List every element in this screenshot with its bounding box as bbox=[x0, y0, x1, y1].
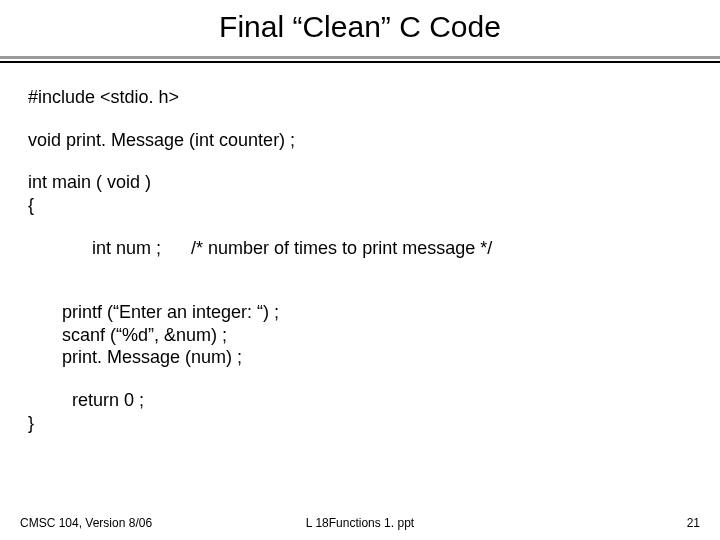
slide: Final “Clean” C Code #include <stdio. h>… bbox=[0, 0, 720, 540]
slide-title: Final “Clean” C Code bbox=[0, 0, 720, 56]
code-decl: int num ; /* number of times to print me… bbox=[28, 218, 692, 280]
code-open-brace: { bbox=[28, 195, 692, 216]
code-scanf: scanf (“%d”, &num) ; bbox=[28, 325, 692, 346]
code-close-brace: } bbox=[28, 413, 692, 434]
code-decl-comment: /* number of times to print message */ bbox=[191, 238, 492, 258]
divider-line-thick bbox=[0, 56, 720, 59]
footer-page-number: 21 bbox=[687, 516, 700, 530]
code-main-sig: int main ( void ) bbox=[28, 172, 692, 193]
code-call: print. Message (num) ; bbox=[28, 347, 692, 368]
code-decl-var: int num ; bbox=[92, 238, 161, 258]
code-return: return 0 ; bbox=[28, 390, 692, 411]
code-block: #include <stdio. h> void print. Message … bbox=[0, 63, 720, 433]
code-prototype: void print. Message (int counter) ; bbox=[28, 130, 692, 151]
title-divider bbox=[0, 56, 720, 63]
footer-center: L 18Functions 1. ppt bbox=[0, 516, 720, 530]
code-include: #include <stdio. h> bbox=[28, 87, 692, 108]
code-printf: printf (“Enter an integer: “) ; bbox=[28, 302, 692, 323]
